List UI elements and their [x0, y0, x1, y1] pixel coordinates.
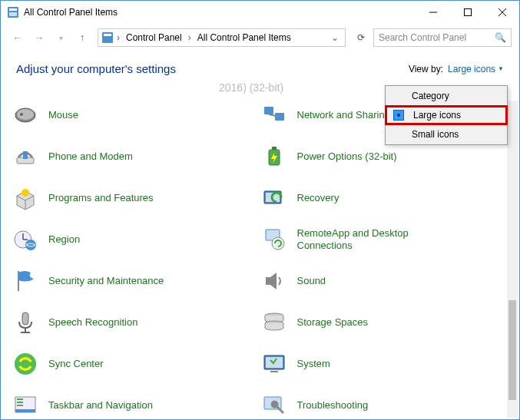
svg-rect-12: [264, 107, 273, 114]
view-by-dropdown[interactable]: Large icons ▼: [448, 64, 504, 74]
view-by-control: View by: Large icons ▼: [409, 64, 504, 74]
view-by-label: View by:: [409, 64, 443, 74]
item-remoteapp[interactable]: RemoteApp and Desktop Connections: [260, 226, 509, 253]
scrollbar[interactable]: [507, 101, 518, 418]
svg-rect-8: [104, 34, 111, 36]
forward-button[interactable]: →: [30, 28, 48, 47]
mouse-icon: [12, 101, 39, 129]
svg-point-11: [20, 113, 23, 116]
up-button[interactable]: ↑: [73, 28, 91, 47]
item-label: Mouse: [48, 109, 78, 121]
svg-point-10: [17, 109, 34, 120]
address-icon: [101, 31, 114, 44]
item-label: RemoteApp and Desktop Connections: [297, 227, 428, 251]
maximize-button[interactable]: [450, 1, 485, 24]
svg-rect-37: [270, 371, 278, 372]
item-label: Power Options (32-bit): [297, 150, 397, 163]
back-button[interactable]: ←: [8, 28, 27, 47]
search-input[interactable]: Search Control Panel 🔍: [373, 28, 512, 47]
item-region[interactable]: Region: [12, 226, 260, 253]
page-title: Adjust your computer's settings: [16, 62, 176, 75]
window-title: All Control Panel Items: [24, 7, 118, 18]
svg-rect-41: [17, 402, 23, 403]
refresh-button[interactable]: ⟳: [352, 28, 370, 47]
item-sound[interactable]: Sound: [260, 267, 509, 295]
item-label: Troubleshooting: [297, 399, 369, 412]
speaker-icon: [260, 267, 288, 295]
item-phone[interactable]: Phone and Modem: [12, 143, 260, 170]
search-placeholder: Search Control Panel: [379, 32, 466, 43]
network-icon: [260, 101, 288, 129]
item-label: Region: [48, 233, 80, 246]
menu-label: Large icons: [413, 110, 461, 121]
item-label: System: [297, 358, 330, 370]
item-storage[interactable]: Storage Spaces: [260, 309, 509, 336]
close-button[interactable]: [485, 1, 519, 24]
item-label: Sound: [297, 275, 326, 287]
item-programs[interactable]: Programs and Features: [12, 184, 260, 212]
scrollbar-thumb[interactable]: [508, 300, 516, 400]
search-icon: 🔍: [495, 32, 506, 43]
menu-label: Small icons: [412, 129, 459, 140]
battery-icon: [260, 143, 288, 170]
window-buttons: [416, 1, 519, 24]
svg-rect-1: [9, 8, 17, 11]
address-bar[interactable]: › Control Panel › All Control Panel Item…: [98, 28, 346, 47]
item-taskbar[interactable]: Taskbar and Navigation: [12, 392, 260, 419]
flag-icon: [12, 267, 39, 295]
recovery-icon: [260, 184, 288, 212]
recent-dropdown[interactable]: ▾: [51, 28, 70, 47]
drives-icon: [260, 309, 288, 336]
svg-point-27: [272, 237, 284, 250]
svg-rect-18: [272, 147, 277, 150]
title-bar: All Control Panel Items: [1, 1, 519, 24]
item-label: Taskbar and Navigation: [48, 399, 153, 412]
chevron-right-icon[interactable]: ›: [187, 32, 193, 43]
breadcrumb-all-items[interactable]: All Control Panel Items: [194, 32, 294, 43]
minimize-button[interactable]: [416, 1, 450, 24]
clock-globe-icon: [12, 226, 39, 253]
microphone-icon: [12, 309, 39, 336]
chevron-down-icon: ▼: [498, 65, 504, 72]
box-icon: [12, 184, 39, 212]
svg-point-19: [22, 189, 29, 197]
address-dropdown-icon[interactable]: ⌄: [328, 32, 342, 43]
item-label: Storage Spaces: [297, 316, 369, 329]
phone-icon: [12, 143, 39, 170]
item-power[interactable]: Power Options (32-bit): [260, 143, 509, 170]
svg-point-25: [25, 240, 36, 250]
content-header: Adjust your computer's settings View by:…: [1, 51, 519, 81]
menu-item-category[interactable]: Category: [386, 86, 507, 106]
svg-rect-42: [17, 405, 23, 406]
menu-item-small-icons[interactable]: Small icons: [386, 124, 507, 144]
item-label: Speech Recognition: [48, 316, 137, 329]
chevron-right-icon[interactable]: ›: [115, 32, 121, 43]
svg-rect-4: [464, 9, 471, 16]
item-troubleshooting[interactable]: Troubleshooting: [260, 392, 509, 419]
wrench-icon: [260, 392, 288, 419]
menu-label: Category: [412, 91, 449, 101]
selected-indicator-icon: [393, 110, 404, 121]
item-mouse[interactable]: Mouse: [12, 101, 260, 129]
svg-rect-29: [22, 313, 28, 325]
svg-rect-39: [15, 409, 35, 412]
remote-icon: [260, 226, 288, 253]
sync-icon: [12, 350, 39, 378]
view-by-value: Large icons: [448, 64, 495, 74]
breadcrumb-control-panel[interactable]: Control Panel: [123, 32, 185, 43]
item-system[interactable]: System: [260, 350, 509, 378]
item-speech[interactable]: Speech Recognition: [12, 309, 260, 336]
item-label: Phone and Modem: [48, 150, 133, 163]
item-recovery[interactable]: Recovery: [260, 184, 509, 212]
item-label: Recovery: [297, 192, 339, 204]
item-label: Sync Center: [48, 358, 104, 370]
control-panel-icon: [7, 6, 19, 18]
view-by-menu: Category Large icons Small icons: [385, 85, 508, 145]
taskbar-icon: [12, 392, 39, 419]
svg-rect-2: [9, 12, 17, 16]
item-sync[interactable]: Sync Center: [12, 350, 260, 378]
item-security[interactable]: Security and Maintenance: [12, 267, 260, 295]
menu-item-large-icons[interactable]: Large icons: [385, 105, 508, 125]
svg-rect-16: [23, 151, 28, 159]
item-label: Security and Maintenance: [48, 275, 164, 287]
